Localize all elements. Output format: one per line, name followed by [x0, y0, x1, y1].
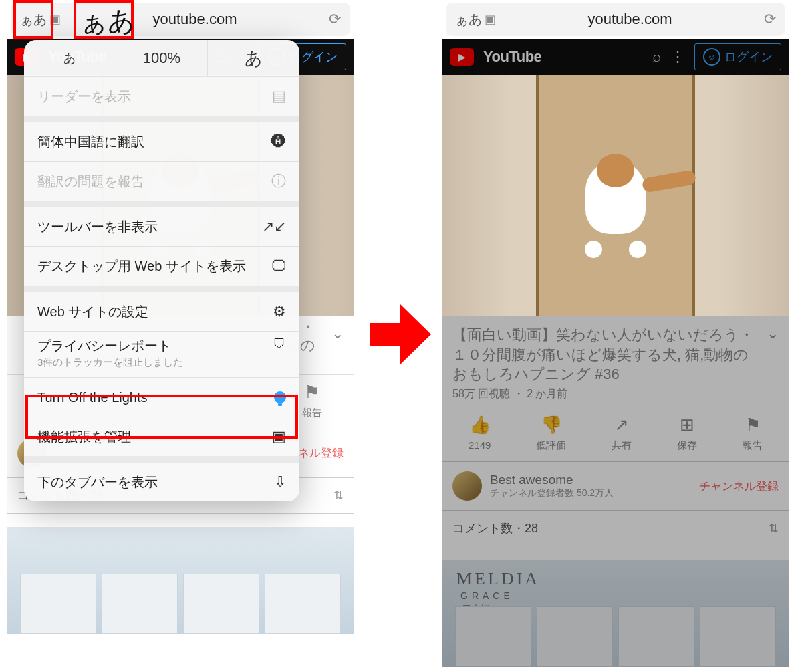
text-size-button[interactable]: ぁあ	[455, 11, 482, 29]
menu-privacy-report[interactable]: プライバシーレポート ⛉ 3件のトラッカーを阻止しました	[24, 332, 299, 377]
search-icon[interactable]: ⌕	[652, 48, 661, 66]
monitor-icon: 🖵	[271, 257, 286, 275]
menu-show-reader: リーダーを表示 ▤	[24, 77, 299, 116]
gear-icon: ⚙	[273, 303, 286, 320]
login-label: ログイン	[724, 49, 773, 65]
sort-icon[interactable]: ⇅	[333, 488, 344, 503]
more-icon[interactable]: ⋮	[670, 48, 685, 66]
highlight-aa-label: ぁあ	[80, 3, 135, 39]
reload-icon[interactable]: ⟳	[329, 11, 341, 28]
youtube-header: ▶ YouTube ⌕ ⋮ ☺ ログイン	[442, 39, 789, 75]
action-report[interactable]: ⚑報告	[302, 382, 322, 419]
alert-icon: ⓘ	[271, 171, 286, 191]
menu-site-settings[interactable]: Web サイトの設定 ⚙	[24, 292, 299, 331]
text-larger-button[interactable]: あ	[207, 40, 299, 76]
reader-icon: ▤	[272, 88, 286, 105]
extension-puzzle-icon[interactable]: ▣	[485, 12, 496, 27]
highlight-box-extension	[25, 395, 298, 439]
menu-translate-report: 翻訳の問題を報告 ⓘ	[24, 162, 299, 201]
menu-hide-toolbar[interactable]: ツールバーを非表示 ↗↙	[24, 207, 299, 246]
red-arrow-icon	[370, 304, 430, 364]
address-bar[interactable]: ぁあ ▣ youtube.com ⟳	[446, 3, 785, 36]
address-bar[interactable]: ぁあ ▣ youtube.com ⟳	[11, 3, 350, 36]
zoom-percentage[interactable]: 100%	[116, 40, 208, 76]
video-player[interactable]	[442, 75, 789, 316]
user-icon: ☺	[703, 48, 720, 66]
menu-translate[interactable]: 簡体中国語に翻訳 🅐	[24, 122, 299, 161]
text-smaller-button[interactable]: あ	[24, 40, 116, 76]
ad-banner[interactable]	[7, 527, 354, 634]
menu-show-bottom-tabbar[interactable]: 下のタブバーを表示 ⇩	[24, 463, 299, 501]
flag-icon: ⚑	[304, 382, 319, 403]
lights-off-overlay	[442, 316, 789, 667]
youtube-logo-text: YouTube	[483, 48, 541, 66]
expand-icon: ↗↙	[262, 218, 286, 235]
translate-icon: 🅐	[271, 133, 286, 150]
login-button[interactable]: ☺ ログイン	[694, 43, 781, 70]
dock-bottom-icon: ⇩	[274, 473, 286, 491]
zoom-row: あ 100% あ	[24, 40, 299, 77]
shield-icon: ⛉	[273, 337, 286, 355]
right-phone: ぁあ ▣ youtube.com ⟳ ▶ YouTube ⌕ ⋮ ☺ ログイン …	[441, 0, 789, 672]
video-thumbnail-cat	[575, 160, 656, 254]
youtube-logo-icon[interactable]: ▶	[450, 48, 474, 66]
expand-chevron-icon[interactable]: ⌄	[331, 325, 344, 345]
reload-icon[interactable]: ⟳	[764, 11, 776, 28]
left-phone: ぁあ ▣ youtube.com ⟳ ▶ YouTube ⌕ ⋮ ☺ ログイン …	[7, 0, 354, 672]
menu-request-desktop[interactable]: デスクトップ用 Web サイトを表示 🖵	[24, 247, 299, 286]
highlight-box-aa-small	[13, 0, 53, 39]
url-text[interactable]: youtube.com	[496, 11, 764, 28]
